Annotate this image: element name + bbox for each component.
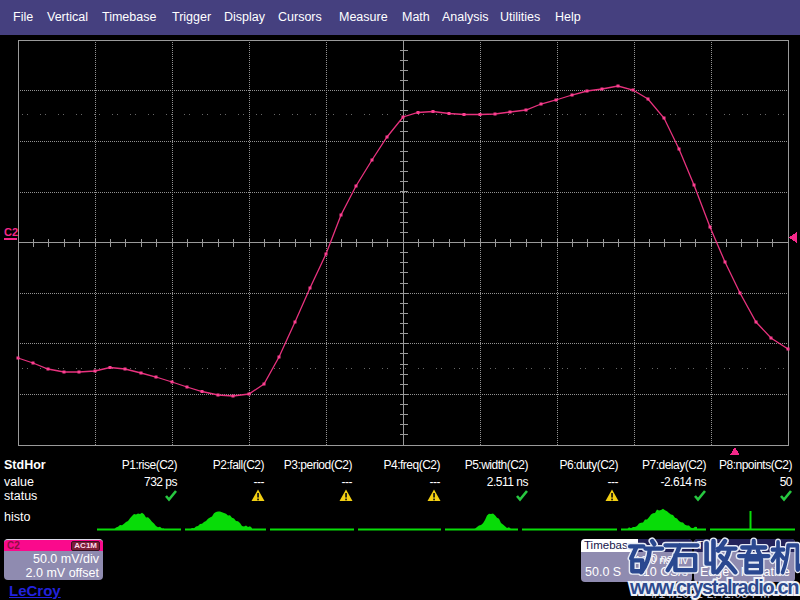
svg-text:C2: C2 — [4, 226, 18, 238]
svg-text:www.crystalradio.cn: www.crystalradio.cn — [629, 576, 798, 598]
